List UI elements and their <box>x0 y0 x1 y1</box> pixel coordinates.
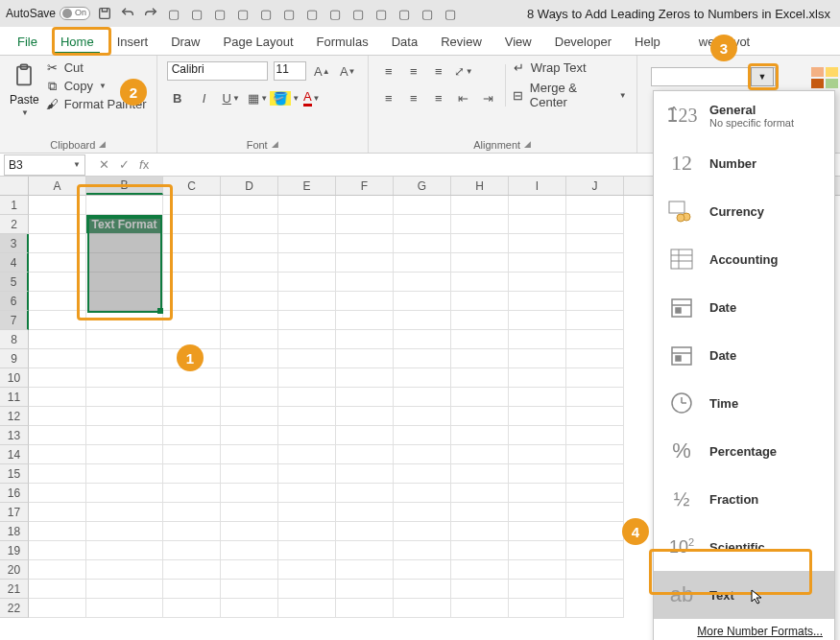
redo-icon[interactable] <box>142 5 159 22</box>
cell[interactable] <box>278 234 336 253</box>
cell[interactable] <box>221 273 278 292</box>
undo-icon[interactable] <box>119 5 136 22</box>
cell[interactable] <box>451 388 509 407</box>
cell[interactable] <box>86 445 163 464</box>
cell[interactable] <box>509 253 566 273</box>
cell[interactable] <box>336 503 394 522</box>
decrease-font-icon[interactable]: A▼ <box>338 60 358 82</box>
dialog-launcher-icon[interactable]: ◢ <box>272 139 278 151</box>
cell[interactable] <box>451 426 509 445</box>
cell[interactable] <box>394 484 451 503</box>
cell[interactable] <box>221 253 278 273</box>
cell[interactable] <box>29 484 86 503</box>
cell[interactable] <box>221 445 278 464</box>
row-header[interactable]: 17 <box>0 503 29 522</box>
format-option-number[interactable]: 12Number <box>654 139 834 187</box>
cell[interactable] <box>451 407 509 426</box>
cell[interactable] <box>29 580 86 599</box>
cell[interactable] <box>451 464 509 484</box>
cell[interactable] <box>163 522 221 541</box>
col-header[interactable]: D <box>221 177 278 195</box>
cell[interactable] <box>566 484 624 503</box>
cell[interactable] <box>163 560 221 580</box>
cell[interactable] <box>509 541 566 560</box>
cell[interactable] <box>163 215 221 234</box>
row-header[interactable]: 18 <box>0 522 29 541</box>
cell[interactable] <box>29 215 86 234</box>
border-button[interactable]: ▦▼ <box>248 87 269 108</box>
format-option-fraction[interactable]: ½Fraction <box>654 475 834 523</box>
cell[interactable] <box>509 426 566 445</box>
col-header[interactable]: H <box>451 177 509 195</box>
font-name-select[interactable]: Calibri <box>167 61 268 81</box>
cell[interactable] <box>278 215 336 234</box>
cell[interactable] <box>451 253 509 273</box>
cell[interactable] <box>86 349 163 368</box>
qat-icon[interactable]: ▢ <box>442 5 459 22</box>
bold-button[interactable]: B <box>167 87 188 108</box>
cell[interactable] <box>29 599 86 618</box>
cell[interactable] <box>394 196 451 215</box>
cell[interactable] <box>278 330 336 349</box>
cell[interactable] <box>221 330 278 349</box>
cell[interactable] <box>451 503 509 522</box>
cell[interactable] <box>451 522 509 541</box>
format-option-currency[interactable]: Currency <box>654 187 834 235</box>
cell[interactable] <box>394 580 451 599</box>
cell[interactable] <box>451 541 509 560</box>
cell[interactable] <box>221 349 278 368</box>
tab-draw[interactable]: Draw <box>159 29 211 55</box>
decrease-indent-icon[interactable]: ⇤ <box>453 88 474 109</box>
align-top-icon[interactable]: ≡ <box>378 61 399 83</box>
cell[interactable] <box>566 426 624 445</box>
cell[interactable] <box>29 330 86 349</box>
wrap-text-button[interactable]: ↵ Wrap Text <box>512 60 627 75</box>
save-icon[interactable] <box>96 5 113 22</box>
toggle-switch[interactable]: On <box>60 7 90 20</box>
cell[interactable] <box>451 349 509 368</box>
cell[interactable] <box>451 330 509 349</box>
cell[interactable] <box>278 560 336 580</box>
fx-icon[interactable]: fx <box>139 157 149 172</box>
cell[interactable] <box>163 445 221 464</box>
cell[interactable] <box>451 484 509 503</box>
row-header[interactable]: 11 <box>0 388 29 407</box>
cell[interactable] <box>566 253 624 273</box>
cell[interactable] <box>451 580 509 599</box>
cell[interactable] <box>221 292 278 311</box>
cell[interactable] <box>86 503 163 522</box>
cell[interactable] <box>451 292 509 311</box>
font-size-select[interactable]: 11 <box>274 61 306 81</box>
cell[interactable] <box>163 253 221 273</box>
cell[interactable] <box>29 196 86 215</box>
cell[interactable] <box>509 330 566 349</box>
row-header[interactable]: 9 <box>0 349 29 368</box>
row-header[interactable]: 4 <box>0 253 29 273</box>
qat-icon[interactable]: ▢ <box>211 5 228 22</box>
cell[interactable] <box>566 196 624 215</box>
cell[interactable] <box>566 215 624 234</box>
cell[interactable] <box>509 311 566 330</box>
col-header[interactable]: G <box>394 177 451 195</box>
tab-data[interactable]: Data <box>380 29 429 55</box>
cell[interactable] <box>336 349 394 368</box>
cell[interactable] <box>278 311 336 330</box>
col-header[interactable]: I <box>509 177 566 195</box>
align-right-icon[interactable]: ≡ <box>428 88 449 109</box>
cell[interactable] <box>86 388 163 407</box>
number-format-dropdown-trigger[interactable]: ▼ <box>751 67 774 86</box>
cell[interactable] <box>566 541 624 560</box>
cell[interactable] <box>163 292 221 311</box>
cell[interactable] <box>29 273 86 292</box>
cell[interactable] <box>509 292 566 311</box>
cell[interactable] <box>509 522 566 541</box>
cell[interactable] <box>336 368 394 388</box>
merge-center-button[interactable]: ⊟ Merge & Center ▼ <box>512 81 627 109</box>
row-header[interactable]: 16 <box>0 484 29 503</box>
cell[interactable] <box>509 349 566 368</box>
cell[interactable] <box>221 464 278 484</box>
cell[interactable] <box>566 407 624 426</box>
format-option-date[interactable]: Date <box>654 283 834 331</box>
cell[interactable] <box>163 407 221 426</box>
cell[interactable] <box>509 503 566 522</box>
